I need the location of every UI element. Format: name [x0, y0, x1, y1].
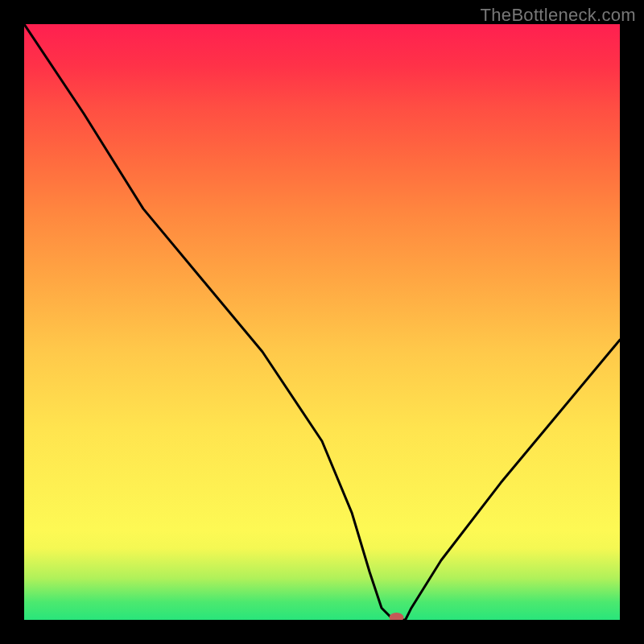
bottleneck-curve-path	[24, 24, 620, 620]
watermark-text: TheBottleneck.com	[481, 5, 636, 26]
chart-container: TheBottleneck.com	[0, 0, 644, 644]
plot-area	[24, 24, 620, 620]
minimum-marker	[390, 613, 404, 620]
chart-svg	[24, 24, 620, 620]
